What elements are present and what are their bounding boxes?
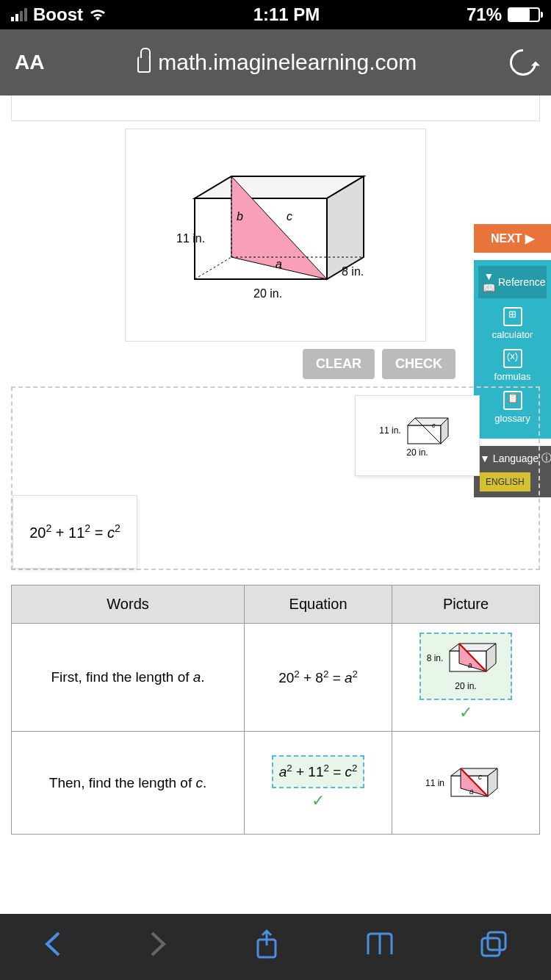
share-icon[interactable] — [253, 928, 280, 967]
row1-words: First, find the length of a. — [12, 624, 245, 732]
label-width: 20 in. — [253, 287, 282, 300]
svg-rect-30 — [482, 938, 500, 956]
check-icon: ✓ — [401, 703, 530, 722]
next-button[interactable]: NEXT ▶ — [474, 224, 551, 253]
row2-words: Then, find the length of c. — [12, 732, 245, 835]
reload-icon[interactable] — [505, 44, 542, 82]
label-height: 11 in. — [176, 232, 205, 245]
reference-toggle[interactable]: ▼ 📖Reference — [478, 266, 547, 298]
page-content: 11 in. 20 in. 8 in. b a c NEXT ▶ ▼ 📖Refe… — [0, 96, 551, 914]
draggable-tile-equation[interactable]: 202 + 112 = c2 — [12, 495, 137, 569]
header-equation: Equation — [245, 586, 392, 624]
signal-icon — [11, 8, 27, 21]
lock-icon — [137, 57, 151, 73]
svg-text:a: a — [276, 258, 282, 270]
answer-table: Words Equation Picture First, find the l… — [11, 585, 540, 835]
row1-equation[interactable]: 202 + 82 = a2 — [245, 624, 392, 732]
battery-percent: 71% — [467, 4, 502, 25]
wifi-icon — [89, 4, 107, 25]
row1-picture[interactable]: 8 in. a 20 in. ✓ — [392, 624, 540, 732]
svg-rect-10 — [408, 425, 441, 444]
svg-text:c: c — [287, 210, 292, 223]
back-icon[interactable] — [43, 929, 63, 965]
draggable-tile-picture[interactable]: 11 in. c 20 in. — [355, 395, 480, 476]
status-bar: Boost 1:11 PM 71% — [0, 0, 551, 29]
svg-text:c: c — [432, 422, 436, 429]
row2-picture[interactable]: 11 in ac — [392, 732, 540, 835]
carrier: Boost — [33, 4, 83, 25]
forward-icon — [148, 929, 168, 965]
svg-text:a: a — [469, 788, 474, 796]
svg-text:c: c — [478, 773, 482, 781]
question-card — [11, 96, 540, 121]
main-diagram: 11 in. 20 in. 8 in. b a c — [125, 129, 426, 342]
svg-rect-31 — [488, 932, 505, 950]
formulas-button[interactable]: (x)formulas — [478, 349, 547, 382]
check-icon: ✓ — [253, 791, 383, 810]
calculator-button[interactable]: ⊞calculator — [478, 307, 547, 340]
tabs-icon[interactable] — [479, 929, 508, 965]
time: 1:11 PM — [253, 4, 320, 25]
svg-text:a: a — [468, 661, 472, 669]
header-words: Words — [12, 586, 245, 624]
nav-bar: AA math.imaginelearning.com — [0, 29, 551, 96]
drop-zone[interactable]: 11 in. c 20 in. 202 + 112 = c2 — [11, 386, 540, 570]
label-depth: 8 in. — [342, 265, 364, 278]
address-bar[interactable]: math.imaginelearning.com — [59, 50, 495, 75]
header-picture: Picture — [392, 586, 540, 624]
svg-text:b: b — [237, 210, 243, 223]
text-size-button[interactable]: AA — [15, 51, 44, 74]
row2-equation[interactable]: a2 + 112 = c2 ✓ — [245, 732, 392, 835]
url-text: math.imaginelearning.com — [158, 50, 417, 75]
bookmarks-icon[interactable] — [365, 931, 395, 964]
bottom-toolbar — [0, 914, 551, 980]
clear-button[interactable]: CLEAR — [303, 349, 375, 379]
check-button[interactable]: CHECK — [382, 349, 455, 379]
battery-icon — [508, 7, 540, 22]
